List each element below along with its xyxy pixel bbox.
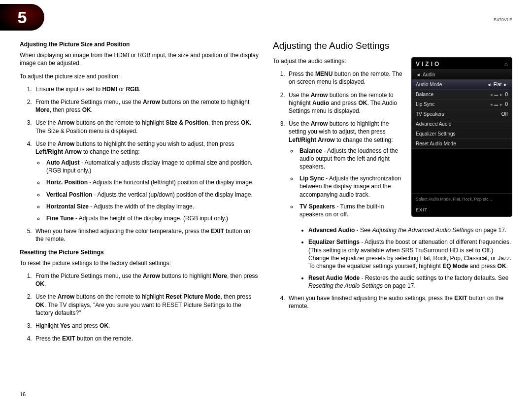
osd-row-advanced: Advanced Audio xyxy=(412,119,512,129)
list-item: Advanced Audio - See Adjusting the Advan… xyxy=(308,226,512,234)
subhead-picture-size: Adjusting the Picture Size and Position xyxy=(20,40,259,48)
osd-logo: VIZIO xyxy=(416,61,441,68)
osd-row-tvspeakers: TV Speakers Off xyxy=(412,109,512,119)
list-item: From the Picture Settings menu, use the … xyxy=(33,272,259,288)
list-item: When you have finished adjusting the aud… xyxy=(287,294,512,310)
osd-row-reset: Reset Audio Mode xyxy=(412,139,512,149)
list-item: Use the Arrow buttons on the remote to h… xyxy=(33,119,259,135)
slider-icon: ◄ ▬ ► xyxy=(489,93,503,97)
reset-picture-steps: From the Picture Settings menu, use the … xyxy=(20,272,259,342)
list-item: Use the Arrow buttons to highlight the s… xyxy=(287,120,420,218)
chevron-left-icon: ◄ xyxy=(487,82,492,87)
list-item: Use the Arrow buttons to highlight the s… xyxy=(33,140,259,223)
list-item: When you have finished adjusting the col… xyxy=(33,227,259,243)
list-item: From the Picture Settings menu, use the … xyxy=(33,98,259,114)
chapter-number-tab: 5 xyxy=(0,4,44,31)
left-column: Adjusting the Picture Size and Position … xyxy=(20,40,259,347)
list-item: Press the EXIT button on the remote. xyxy=(33,335,259,342)
list-item: TV Speakers - Turns the built-in speaker… xyxy=(298,203,416,218)
osd-exit: EXIT xyxy=(412,205,512,213)
list-item: Highlight Yes and press OK. xyxy=(33,322,259,330)
osd-breadcrumb: ◄Audio xyxy=(412,69,512,80)
chevron-right-icon: ► xyxy=(503,82,508,87)
osd-row-balance: Balance ◄ ▬ ►0 xyxy=(412,90,512,100)
para: When displaying an image from the HDMI o… xyxy=(20,51,259,67)
list-item: Reset Audio Mode - Restores the audio se… xyxy=(308,274,512,290)
model-number: E470VLE xyxy=(494,17,512,22)
list-item: Ensure the input is set to HDMI or RGB. xyxy=(33,85,259,93)
right-column: Adjusting the Audio Settings VIZIO ⌂ ◄Au… xyxy=(273,40,512,347)
audio-bullets-continued: Advanced Audio - See Adjusting the Advan… xyxy=(299,226,512,290)
picture-size-steps: Ensure the input is set to HDMI or RGB. … xyxy=(20,85,259,243)
list-item: Lip Sync - Adjusts the synchronization b… xyxy=(298,174,416,199)
audio-step4: When you have finished adjusting the aud… xyxy=(273,294,512,310)
section-title-audio: Adjusting the Audio Settings xyxy=(273,40,512,51)
osd-hint: Select Audio Mode. Flat, Rock, Pop etc..… xyxy=(412,193,512,205)
para: To adjust the picture size and position: xyxy=(20,72,259,80)
osd-menu: Audio Mode ◄Flat ► Balance ◄ ▬ ►0 Lip Sy… xyxy=(412,80,512,193)
list-item: Fine Tune - Adjusts the height of the di… xyxy=(44,214,259,222)
list-item: Horizontal Size - Adjusts the width of t… xyxy=(44,203,259,210)
chevron-left-icon: ◄ xyxy=(416,72,421,77)
list-item: Balance - Adjusts the loudness of the au… xyxy=(298,147,416,171)
osd-row-audio-mode: Audio Mode ◄Flat ► xyxy=(412,80,512,90)
list-item: Use the Arrow buttons on the remote to h… xyxy=(33,293,259,317)
list-item: Press the MENU button on the remote. The… xyxy=(287,70,420,86)
list-item: Use the Arrow buttons on the remote to h… xyxy=(287,91,420,115)
slider-icon: ◄ ▬ ► xyxy=(489,103,503,107)
osd-screenshot: VIZIO ⌂ ◄Audio Audio Mode ◄Flat ► Balanc… xyxy=(411,57,512,217)
subhead-reset-picture: Resetting the Picture Settings xyxy=(20,248,259,256)
osd-row-lipsync: Lip Sync ◄ ▬ ►0 xyxy=(412,100,512,109)
list-item: Horiz. Position - Adjusts the horizontal… xyxy=(44,178,259,186)
list-item: Auto Adjust - Automatically adjusts disp… xyxy=(44,159,259,174)
list-item: Equalizer Settings - Adjusts the boost o… xyxy=(308,238,512,270)
audio-steps: Press the MENU button on the remote. The… xyxy=(273,70,420,218)
home-icon: ⌂ xyxy=(504,61,508,68)
page-number: 16 xyxy=(20,391,26,397)
para: To reset the picture settings to the fac… xyxy=(20,259,259,267)
osd-row-eq: Equalizer Settings xyxy=(412,129,512,139)
list-item: Vertical Position - Adjusts the vertical… xyxy=(44,191,259,199)
